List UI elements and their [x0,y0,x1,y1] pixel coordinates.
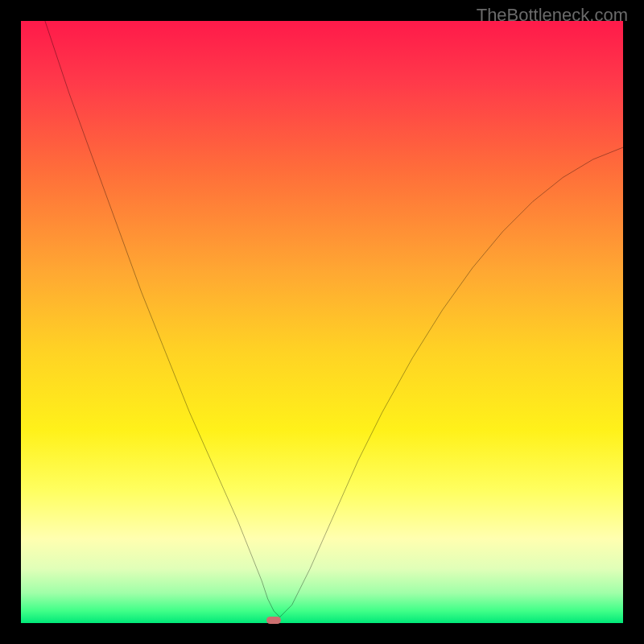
optimum-marker [266,617,281,624]
chart-area [21,21,623,623]
bottleneck-curve [21,21,623,623]
watermark-text: TheBottleneck.com [477,5,628,26]
